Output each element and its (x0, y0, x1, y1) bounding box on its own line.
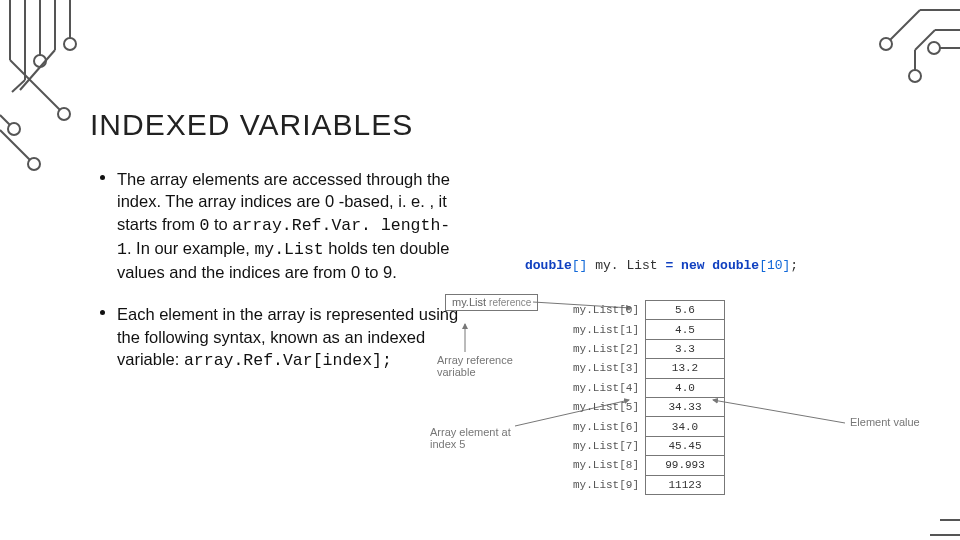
decoration-top-left (0, 0, 250, 190)
array-value-cell: 4.5 (646, 320, 725, 339)
svg-point-12 (28, 158, 40, 170)
svg-line-1 (10, 60, 60, 110)
table-row: my.List[8]99.993 (573, 456, 725, 475)
array-index-cell: my.List[7] (573, 436, 646, 455)
svg-line-13 (0, 115, 10, 125)
array-value-cell: 45.45 (646, 436, 725, 455)
array-value-cell: 3.3 (646, 339, 725, 358)
array-value-cell: 99.993 (646, 456, 725, 475)
refbox-label: reference (489, 297, 531, 308)
svg-point-17 (880, 38, 892, 50)
table-row: my.List[4]4.0 (573, 378, 725, 397)
array-index-cell: my.List[5] (573, 397, 646, 416)
label-array-elem-at5: Array element at index 5 (430, 426, 511, 450)
bullet-item-1: The array elements are accessed through … (100, 168, 460, 283)
array-index-cell: my.List[2] (573, 339, 646, 358)
table-row: my.List[5]34.33 (573, 397, 725, 416)
bullet-dot (100, 175, 105, 180)
array-index-cell: my.List[3] (573, 359, 646, 378)
label-array-ref-var: Array reference variable (437, 354, 513, 378)
array-index-cell: my.List[9] (573, 475, 646, 494)
svg-point-2 (58, 108, 70, 120)
table-row: my.List[9]11123 (573, 475, 725, 494)
bullet-text-1: The array elements are accessed through … (117, 168, 460, 283)
table-row: my.List[3]13.2 (573, 359, 725, 378)
array-index-cell: my.List[8] (573, 456, 646, 475)
svg-line-16 (890, 10, 920, 40)
array-index-cell: my.List[4] (573, 378, 646, 397)
array-value-cell: 34.0 (646, 417, 725, 436)
label-element-value: Element value (850, 416, 920, 428)
svg-point-21 (909, 70, 921, 82)
refbox-var: my.List (452, 296, 486, 308)
array-index-cell: my.List[0] (573, 301, 646, 320)
page-title: INDEXED VARIABLES (90, 108, 413, 142)
svg-point-14 (8, 123, 20, 135)
table-row: my.List[6]34.0 (573, 417, 725, 436)
svg-point-6 (64, 38, 76, 50)
bullet-item-2: Each element in the array is represented… (100, 303, 460, 372)
table-row: my.List[7]45.45 (573, 436, 725, 455)
reference-box: my.List reference (445, 294, 538, 311)
decoration-bottom-right (890, 480, 960, 540)
array-value-cell: 13.2 (646, 359, 725, 378)
table-row: my.List[2]3.3 (573, 339, 725, 358)
bullet-list: The array elements are accessed through … (100, 168, 460, 392)
array-value-cell: 34.33 (646, 397, 725, 416)
bullet-dot (100, 310, 105, 315)
array-value-cell: 11123 (646, 475, 725, 494)
array-table: my.List[0]5.6my.List[1]4.5my.List[2]3.3m… (573, 300, 725, 495)
array-index-cell: my.List[6] (573, 417, 646, 436)
table-row: my.List[1]4.5 (573, 320, 725, 339)
bullet-text-2: Each element in the array is represented… (117, 303, 460, 372)
svg-point-23 (928, 42, 940, 54)
decoration-top-right (820, 0, 960, 120)
array-value-cell: 4.0 (646, 378, 725, 397)
array-index-cell: my.List[1] (573, 320, 646, 339)
array-value-cell: 5.6 (646, 301, 725, 320)
table-row: my.List[0]5.6 (573, 301, 725, 320)
code-declaration: double[] my. List = new double[10]; (525, 258, 798, 273)
